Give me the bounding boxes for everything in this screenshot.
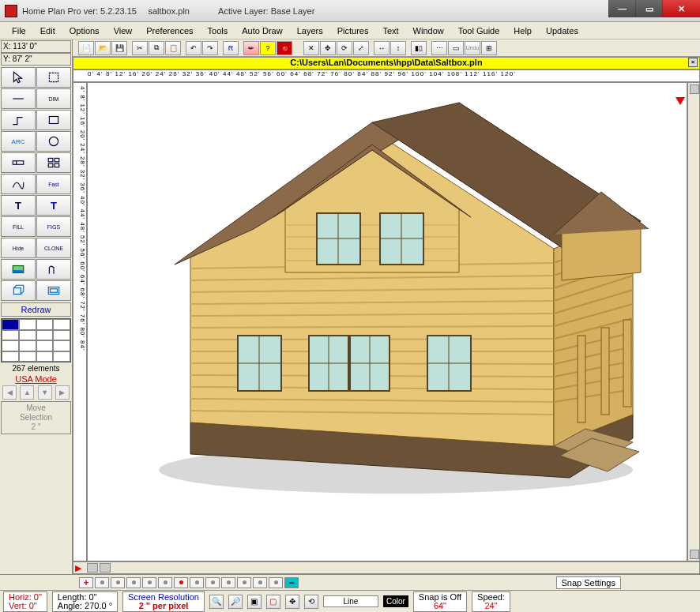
minimize-button[interactable]: — [608, 0, 635, 17]
tool-circle[interactable] [36, 131, 71, 152]
menu-view[interactable]: View [107, 24, 140, 38]
zoom-fit-icon[interactable]: ▣ [247, 595, 262, 609]
layer-dot[interactable] [221, 577, 235, 588]
tool-clone[interactable]: CLONE [36, 238, 71, 258]
maximize-button[interactable]: ▭ [635, 0, 662, 17]
tool-pointer[interactable] [1, 67, 36, 88]
snap-settings-button[interactable]: Snap Settings [556, 576, 622, 589]
layer-dot[interactable] [253, 577, 267, 588]
copy-icon[interactable]: ⧉ [149, 41, 164, 55]
menu-text[interactable]: Text [375, 24, 405, 38]
menu-options[interactable]: Options [62, 24, 107, 38]
layer-dot[interactable] [126, 577, 141, 588]
flipv-icon[interactable]: ↕ [390, 41, 406, 55]
vertical-scrollbar[interactable] [687, 82, 700, 561]
layer-dot[interactable] [205, 577, 220, 588]
tool-text-style[interactable]: T [36, 195, 71, 216]
menu-updates[interactable]: Updates [539, 24, 585, 38]
zoom-window-icon[interactable]: ▢ [266, 595, 280, 609]
open-icon[interactable]: 📂 [95, 41, 111, 55]
tool-figs[interactable]: FIGS [36, 216, 71, 237]
nudge-up[interactable]: ▲ [20, 385, 34, 400]
dash-icon[interactable]: ⋯ [431, 41, 447, 55]
menu-layers[interactable]: Layers [290, 24, 330, 38]
tool-dim[interactable]: DIM [36, 88, 71, 109]
redo-icon[interactable]: ↷ [202, 41, 218, 55]
drawing-canvas[interactable] [87, 82, 687, 561]
tool-arc[interactable]: ARC [1, 131, 36, 152]
tool-rect[interactable] [36, 110, 71, 130]
layer-remove-icon[interactable]: − [284, 577, 299, 588]
move-icon[interactable]: ✥ [320, 41, 336, 55]
status-resolution: Screen Resolution2 " per pixel [122, 591, 205, 612]
delete-icon[interactable]: ✕ [303, 41, 319, 55]
layer-dot[interactable] [237, 577, 251, 588]
exit-icon[interactable]: ⎋ [277, 41, 292, 55]
tool-select-rect[interactable] [36, 67, 71, 88]
cut-icon[interactable]: ✂ [132, 41, 148, 55]
tool-line[interactable] [1, 88, 36, 109]
tool-3d[interactable] [1, 280, 36, 301]
menu-toolguide[interactable]: Tool Guide [451, 24, 507, 38]
tool-window[interactable] [36, 152, 71, 173]
tool-text[interactable]: T [1, 195, 36, 216]
nudge-left[interactable]: ◀ [2, 385, 17, 400]
menu-preferences[interactable]: Preferences [139, 24, 200, 38]
menu-help[interactable]: Help [506, 24, 539, 38]
rotate-icon[interactable]: ⟳ [337, 41, 352, 55]
dup-icon[interactable]: ▭ [448, 41, 464, 55]
tool-frame[interactable] [36, 280, 71, 301]
fliph-icon[interactable]: ↔ [374, 41, 390, 55]
zoom-out-icon[interactable]: 🔎 [228, 595, 243, 609]
undo-icon[interactable]: ↶ [186, 41, 201, 55]
color-palette[interactable] [1, 318, 71, 362]
menu-file[interactable]: File [5, 24, 33, 38]
menu-pictures[interactable]: Pictures [330, 24, 376, 38]
save-icon[interactable]: 💾 [111, 41, 127, 55]
coord-x: X: 113' 0" [1, 40, 71, 53]
layer-dot[interactable] [142, 577, 156, 588]
paste-icon[interactable]: 📋 [165, 41, 181, 55]
tool-fill[interactable]: FILL [1, 216, 36, 237]
layer-dot[interactable] [95, 577, 109, 588]
layer-add-icon[interactable]: + [79, 577, 93, 588]
nudge-down[interactable]: ▼ [38, 385, 52, 400]
tool-door[interactable] [1, 152, 36, 173]
menu-window[interactable]: Window [406, 24, 451, 38]
refresh-icon[interactable]: R [223, 41, 239, 55]
redraw-button[interactable]: Redraw [1, 302, 71, 317]
tool-fast[interactable]: Fast [36, 174, 71, 194]
zoom-in-icon[interactable]: 🔍 [209, 595, 224, 609]
menu-tools[interactable]: Tools [201, 24, 235, 38]
tool-wall[interactable] [36, 259, 71, 280]
horizontal-scrollbar[interactable]: ▶ [73, 561, 700, 574]
close-button[interactable]: ✕ [662, 0, 700, 17]
grid-icon[interactable]: ⊞ [481, 41, 497, 55]
tool-curve[interactable] [1, 174, 36, 194]
layer-dot[interactable] [158, 577, 172, 588]
tool-image[interactable] [1, 259, 36, 280]
color-button[interactable]: Color [383, 595, 408, 607]
mode-toggle[interactable]: USA Mode [0, 374, 72, 385]
nudge-right[interactable]: ▶ [55, 385, 70, 400]
layer-dot[interactable] [111, 577, 125, 588]
left-sidebar: X: 113' 0" Y: 87' 2" DIM ARC Fast T T FI… [0, 39, 73, 574]
zoom-pan-icon[interactable]: ✥ [285, 595, 299, 609]
close-file-icon[interactable]: × [688, 58, 698, 67]
tool-hide[interactable]: Hide [1, 238, 36, 258]
layer-dot[interactable] [269, 577, 283, 588]
tool-polyline[interactable] [1, 110, 36, 130]
zoom-refresh-icon[interactable]: ⟲ [304, 595, 318, 609]
new-icon[interactable]: 📄 [78, 41, 94, 55]
undo2-icon[interactable]: Undo [465, 41, 480, 55]
align-icon[interactable]: ▮▯ [411, 41, 427, 55]
layer-dot-active[interactable] [174, 577, 188, 588]
eraser-icon[interactable]: ✏ [243, 41, 259, 55]
svg-rect-14 [51, 289, 58, 293]
menu-autodraw[interactable]: Auto Draw [235, 24, 289, 38]
tool-palette: DIM ARC Fast T T FILL FIGS Hide CLONE [0, 66, 72, 302]
scale-icon[interactable]: ⤢ [353, 41, 369, 55]
menu-edit[interactable]: Edit [33, 24, 62, 38]
help-icon[interactable]: ? [260, 41, 276, 55]
layer-dot[interactable] [190, 577, 204, 588]
